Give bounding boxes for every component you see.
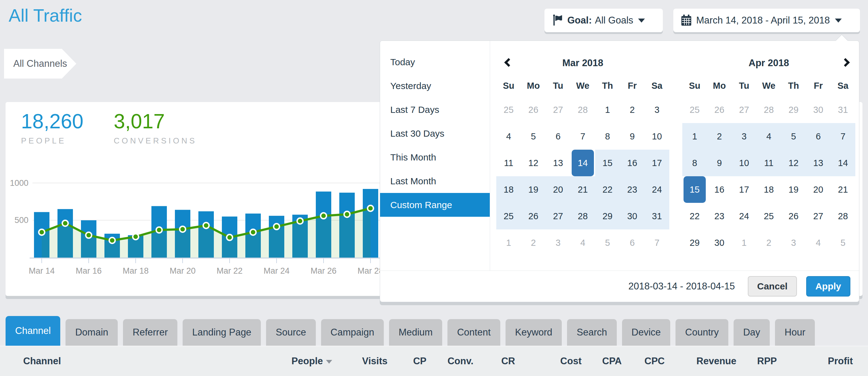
apply-button[interactable]: Apply [806,276,850,296]
calendar-day[interactable]: 9 [707,150,732,176]
table-column-header[interactable]: Revenue [665,355,736,367]
calendar-day[interactable]: 5 [521,123,546,150]
calendar-day[interactable]: 18 [496,176,521,203]
calendar-day[interactable]: 19 [781,176,806,203]
calendar-day[interactable]: 23 [620,176,645,203]
calendar-day[interactable]: 25 [682,96,707,123]
calendar-day[interactable]: 4 [756,123,781,150]
calendar-day[interactable]: 31 [645,203,669,229]
calendar-day[interactable]: 3 [781,229,806,256]
calendar-day[interactable]: 2 [521,229,546,256]
calendar-day[interactable]: 26 [707,96,732,123]
calendar-day[interactable]: 14 [570,150,595,176]
calendar-day[interactable]: 20 [546,176,570,203]
table-column-header[interactable]: CR [473,355,515,367]
report-tab[interactable]: Domain [65,319,118,346]
table-column-header[interactable]: CPC [622,355,665,367]
calendar-day[interactable]: 29 [781,96,806,123]
calendar-day[interactable]: 31 [831,96,855,123]
table-column-header[interactable]: People [286,355,332,367]
table-column-header[interactable]: Conv. [427,355,473,367]
calendar-day[interactable]: 30 [707,229,732,256]
calendar-day[interactable]: 22 [595,176,620,203]
calendar-day[interactable]: 26 [521,203,546,229]
prev-month-icon[interactable] [504,58,513,67]
calendar-day[interactable]: 17 [645,150,669,176]
preset-item[interactable]: Custom Range [380,193,490,217]
calendar-day[interactable]: 12 [521,150,546,176]
preset-item[interactable]: Today [380,50,490,74]
preset-item[interactable]: Yesterday [380,74,490,98]
calendar-day[interactable]: 28 [831,203,855,229]
calendar-day[interactable]: 11 [756,150,781,176]
goal-selector-button[interactable]: Goal: All Goals [545,9,663,32]
report-tab[interactable]: Day [734,319,770,346]
calendar-day[interactable]: 25 [756,203,781,229]
calendar-day[interactable]: 23 [707,203,732,229]
report-tab[interactable]: Country [676,319,728,346]
calendar-day[interactable]: 7 [570,123,595,150]
calendar-day[interactable]: 5 [781,123,806,150]
calendar-day[interactable]: 17 [732,176,756,203]
calendar-day[interactable]: 19 [521,176,546,203]
calendar-day[interactable]: 24 [645,176,669,203]
calendar-day[interactable]: 16 [620,150,645,176]
calendar-day[interactable]: 7 [831,123,855,150]
calendar-day[interactable]: 14 [831,150,855,176]
calendar-day[interactable]: 24 [732,203,756,229]
calendar-day[interactable]: 10 [732,150,756,176]
table-column-header[interactable]: Profit [777,355,853,367]
calendar-day[interactable]: 9 [620,123,645,150]
date-range-button[interactable]: March 14, 2018 - April 15, 2018 [673,9,860,32]
calendar-day[interactable]: 1 [595,96,620,123]
report-tab[interactable]: Landing Page [183,319,261,346]
calendar-day[interactable]: 3 [546,229,570,256]
calendar-day[interactable]: 6 [620,229,645,256]
calendar-day[interactable]: 4 [806,229,831,256]
calendar-day[interactable]: 30 [620,203,645,229]
table-column-header[interactable]: Cost [515,355,582,367]
calendar-day[interactable]: 13 [546,150,570,176]
report-tab[interactable]: Referrer [123,319,177,346]
calendar-day[interactable]: 28 [570,96,595,123]
cancel-button[interactable]: Cancel [748,276,797,296]
report-tab[interactable]: Content [447,319,500,346]
table-column-header[interactable]: CPA [582,355,622,367]
calendar-day[interactable]: 27 [806,203,831,229]
calendar-day[interactable]: 11 [496,150,521,176]
preset-item[interactable]: Last 7 Days [380,98,490,121]
calendar-day[interactable]: 20 [806,176,831,203]
breadcrumb[interactable]: All Channels [4,49,76,79]
report-tab[interactable]: Channel [6,316,60,346]
calendar-day[interactable]: 5 [595,229,620,256]
calendar-day[interactable]: 2 [620,96,645,123]
report-tab[interactable]: Medium [389,319,442,346]
calendar-day[interactable]: 27 [546,203,570,229]
calendar-day[interactable]: 29 [595,203,620,229]
preset-item[interactable]: This Month [380,145,490,169]
calendar-day[interactable]: 2 [707,123,732,150]
calendar-day[interactable]: 28 [756,96,781,123]
calendar-day[interactable]: 26 [521,96,546,123]
calendar-day[interactable]: 29 [682,229,707,256]
calendar-day[interactable]: 4 [496,123,521,150]
calendar-day[interactable]: 13 [806,150,831,176]
calendar-day[interactable]: 1 [496,229,521,256]
calendar-day[interactable]: 3 [645,96,669,123]
calendar-day[interactable]: 8 [682,150,707,176]
table-column-header[interactable]: Channel [23,355,286,367]
calendar-day[interactable]: 6 [806,123,831,150]
calendar-day[interactable]: 15 [595,150,620,176]
calendar-day[interactable]: 1 [732,229,756,256]
table-column-header[interactable]: RPP [736,355,777,367]
report-tab[interactable]: Keyword [505,319,562,346]
calendar-day[interactable]: 4 [570,229,595,256]
calendar-day[interactable]: 16 [707,176,732,203]
calendar-day[interactable]: 10 [645,123,669,150]
calendar-day[interactable]: 30 [806,96,831,123]
report-tab[interactable]: Device [622,319,671,346]
calendar-day[interactable]: 2 [756,229,781,256]
calendar-day[interactable]: 15 [682,176,707,203]
report-tab[interactable]: Search [567,319,617,346]
calendar-day[interactable]: 25 [496,203,521,229]
